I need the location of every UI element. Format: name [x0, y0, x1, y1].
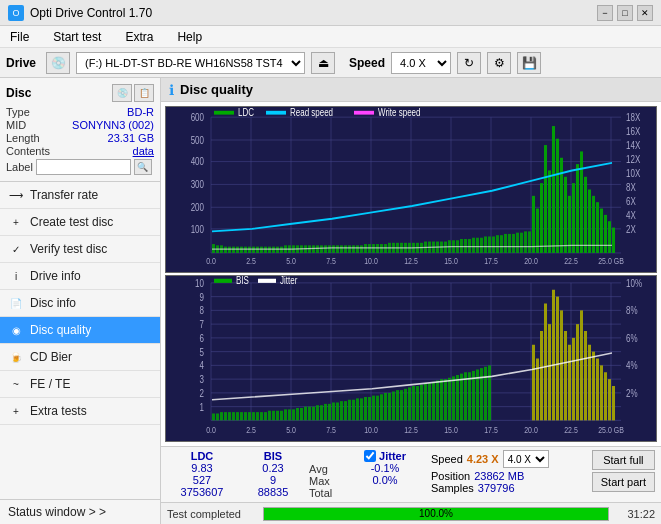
svg-rect-117 [476, 238, 479, 253]
sidebar-item-label: Disc quality [30, 323, 91, 337]
svg-text:2.5: 2.5 [246, 424, 256, 435]
maximize-button[interactable]: □ [617, 5, 633, 21]
svg-rect-253 [404, 389, 407, 421]
main-layout: Disc 💿 📋 Type BD-R MID SONYNN3 (002) Len… [0, 78, 661, 524]
max-bis: 9 [270, 474, 276, 486]
disc-type-row: Type BD-R [6, 106, 154, 118]
svg-rect-215 [252, 412, 255, 420]
svg-rect-285 [572, 338, 575, 421]
menu-extra[interactable]: Extra [119, 28, 159, 46]
app-icon: O [8, 5, 24, 21]
bis-chart-svg: 10 9 8 7 6 5 4 3 2 1 10% 8% 6% 4% 2% [166, 276, 656, 441]
svg-text:Read speed: Read speed [290, 107, 333, 118]
content-header: ℹ Disc quality [161, 78, 661, 102]
status-text: Test completed [167, 508, 257, 520]
svg-text:12.5: 12.5 [404, 257, 418, 267]
sidebar-item-extra-tests[interactable]: + Extra tests [0, 398, 160, 425]
svg-rect-286 [576, 324, 579, 420]
svg-rect-116 [472, 238, 475, 253]
sidebar-item-label: Create test disc [30, 215, 113, 229]
sidebar: Disc 💿 📋 Type BD-R MID SONYNN3 (002) Len… [0, 78, 161, 524]
svg-rect-87 [356, 245, 359, 253]
menu-file[interactable]: File [4, 28, 35, 46]
app-title: Opti Drive Control 1.70 [30, 6, 152, 20]
sidebar-item-label: CD Bier [30, 350, 72, 364]
svg-rect-126 [512, 234, 515, 253]
disc-label-input[interactable] [36, 159, 131, 175]
sidebar-item-fe-te[interactable]: ~ FE / TE [0, 371, 160, 398]
svg-text:5: 5 [200, 345, 204, 358]
disc-length-label: Length [6, 132, 40, 144]
svg-rect-243 [364, 397, 367, 420]
svg-rect-292 [600, 365, 603, 420]
sidebar-item-transfer-rate[interactable]: ⟶ Transfer rate [0, 182, 160, 209]
total-ldc: 3753607 [181, 486, 224, 498]
svg-rect-134 [544, 145, 547, 253]
settings-button[interactable]: ⚙ [487, 52, 511, 74]
svg-rect-262 [440, 379, 443, 420]
svg-text:7: 7 [200, 318, 204, 331]
samples-label: Samples [431, 482, 474, 494]
sidebar-item-drive-info[interactable]: i Drive info [0, 263, 160, 290]
transfer-rate-icon: ⟶ [8, 187, 24, 203]
svg-text:600: 600 [191, 112, 204, 123]
title-bar-left: O Opti Drive Control 1.70 [8, 5, 152, 21]
svg-rect-47 [266, 111, 286, 115]
disc-contents-value[interactable]: data [133, 145, 154, 157]
speed-select[interactable]: 4.0 X [503, 450, 549, 468]
svg-rect-213 [244, 412, 247, 420]
jitter-checkbox[interactable] [364, 450, 376, 462]
svg-rect-128 [520, 233, 523, 253]
svg-rect-233 [324, 404, 327, 421]
svg-rect-240 [352, 400, 355, 421]
disc-icon-btn-2[interactable]: 📋 [134, 84, 154, 102]
svg-rect-254 [408, 387, 411, 420]
svg-rect-259 [428, 383, 431, 420]
svg-rect-255 [412, 386, 415, 420]
create-disc-icon: + [8, 214, 24, 230]
disc-label-btn[interactable]: 🔍 [134, 159, 152, 175]
svg-rect-234 [328, 404, 331, 421]
svg-rect-226 [296, 408, 299, 420]
eject-button[interactable]: ⏏ [311, 52, 335, 74]
svg-text:100: 100 [191, 224, 204, 235]
sidebar-item-create-test-disc[interactable]: + Create test disc [0, 209, 160, 236]
svg-rect-85 [348, 245, 351, 253]
sidebar-item-cd-bier[interactable]: 🍺 CD Bier [0, 344, 160, 371]
svg-rect-81 [332, 245, 335, 253]
sidebar-item-verify-test-disc[interactable]: ✓ Verify test disc [0, 236, 160, 263]
sidebar-item-disc-quality[interactable]: ◉ Disc quality [0, 317, 160, 344]
disc-icon-btn-1[interactable]: 💿 [112, 84, 132, 102]
drive-label: Drive [6, 56, 36, 70]
svg-text:10X: 10X [626, 168, 640, 179]
svg-rect-225 [292, 409, 295, 420]
svg-rect-272 [480, 368, 483, 420]
close-button[interactable]: ✕ [637, 5, 653, 21]
status-window-button[interactable]: Status window > > [0, 499, 160, 524]
svg-rect-219 [268, 411, 271, 421]
content-header-icon: ℹ [169, 82, 174, 98]
menu-start-test[interactable]: Start test [47, 28, 107, 46]
start-part-button[interactable]: Start part [592, 472, 655, 492]
svg-rect-139 [564, 177, 567, 253]
save-button[interactable]: 💾 [517, 52, 541, 74]
svg-rect-257 [420, 385, 423, 421]
svg-rect-135 [548, 170, 551, 252]
speed-select[interactable]: 4.0 X [391, 52, 451, 74]
drive-icon-button[interactable]: 💿 [46, 52, 70, 74]
minimize-button[interactable]: − [597, 5, 613, 21]
svg-rect-150 [608, 221, 611, 253]
refresh-button[interactable]: ↻ [457, 52, 481, 74]
extra-tests-icon: + [8, 403, 24, 419]
sidebar-item-disc-info[interactable]: 📄 Disc info [0, 290, 160, 317]
menu-help[interactable]: Help [171, 28, 208, 46]
bis-header: BIS [264, 450, 282, 462]
svg-text:2%: 2% [626, 387, 638, 400]
svg-rect-223 [284, 409, 287, 420]
start-full-button[interactable]: Start full [592, 450, 655, 470]
jitter-checkbox-row[interactable]: Jitter [364, 450, 406, 462]
svg-rect-294 [608, 379, 611, 420]
drive-select[interactable]: (F:) HL-DT-ST BD-RE WH16NS58 TST4 [76, 52, 305, 74]
svg-text:22.5: 22.5 [564, 424, 578, 435]
stats-row: LDC 9.83 527 3753607 BIS 0.23 9 88835 Av… [161, 446, 661, 502]
